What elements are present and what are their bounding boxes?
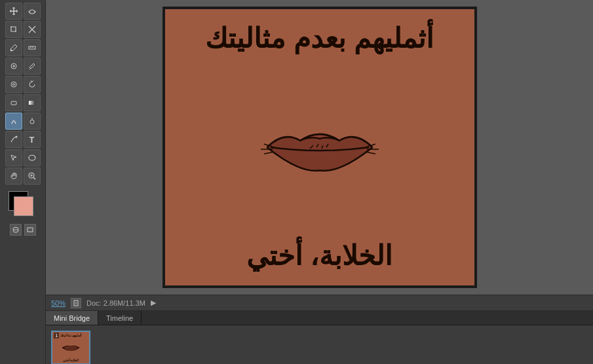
svg-rect-0 [29,46,35,49]
path-select-tool[interactable] [5,149,22,166]
zoom-level[interactable]: 50% [51,299,66,307]
arabic-top-text: أثمليهم بعدم مثاليتك [205,22,433,55]
brush-tool[interactable] [24,58,41,75]
doc-info-icon[interactable] [71,298,81,308]
dodge-tool[interactable] [5,113,22,130]
svg-point-2 [11,82,16,87]
doc-info-text: Doc: 2.86M/11.3M [86,299,145,307]
eyedropper-tool[interactable] [5,39,22,56]
burn-tool[interactable] [24,113,41,130]
status-bar: 50% Doc: 2.86M/11.3M ▶ [46,295,593,310]
main-area: أثمليهم بعدم مثاليتك [46,0,593,364]
pen-tool[interactable] [5,131,22,148]
canvas-image: أثمليهم بعدم مثاليتك [163,7,477,288]
crop-tool[interactable] [5,21,22,38]
color-swatches[interactable] [9,191,37,220]
svg-rect-3 [11,101,16,105]
canvas-wrapper: أثمليهم بعدم مثاليتك [163,7,477,288]
text-tool[interactable]: T [24,131,41,148]
thumb-arabic-bottom: الخلابة أختي [63,358,79,362]
move-tool[interactable] [5,3,22,20]
ellipse-tool[interactable] [24,149,41,166]
svg-rect-10 [28,228,33,232]
thumbnail-item[interactable]: 1 أثمليهم مثاليتك الخلابة أختي [51,331,90,364]
svg-point-5 [30,120,34,124]
lips-area [248,62,392,232]
ruler-tool[interactable] [24,39,41,56]
bottom-content: 1 أثمليهم مثاليتك الخلابة أختي [46,325,593,364]
heal-tool[interactable] [5,58,22,75]
lips-illustration [248,111,392,183]
svg-point-7 [29,155,35,160]
eraser-tool[interactable] [5,94,22,111]
tab-timeline[interactable]: Timeline [98,311,142,325]
foreground-color[interactable] [14,196,33,216]
thumb-arabic-top: أثمليهم مثاليتك [60,333,81,337]
svg-rect-4 [29,101,35,105]
hand-tool[interactable] [5,168,22,185]
status-expand-arrow[interactable]: ▶ [151,299,156,307]
tab-mini-bridge[interactable]: Mini Bridge [46,311,98,325]
gradient-tool[interactable] [24,94,41,111]
svg-rect-11 [74,300,78,306]
thumbnail-number: 1 [54,333,59,338]
screen-mode-icon[interactable] [24,224,36,236]
bottom-panel: Mini Bridge Timeline 1 أثمليهم مثاليتك ا… [46,310,593,364]
arabic-bottom-text: الخلابة، أختي [246,240,393,272]
quick-mask-icon[interactable] [10,224,22,236]
zoom-tool[interactable] [24,168,41,185]
slice-tool[interactable] [24,21,41,38]
history-tool[interactable] [24,76,41,93]
svg-point-6 [15,136,17,138]
lasso-tool[interactable] [24,3,41,20]
canvas-area: أثمليهم بعدم مثاليتك [46,0,593,295]
toolbar: T [0,0,46,364]
thumb-lips-svg [61,343,81,352]
clone-tool[interactable] [5,76,22,93]
bottom-tabs: Mini Bridge Timeline [46,311,593,325]
